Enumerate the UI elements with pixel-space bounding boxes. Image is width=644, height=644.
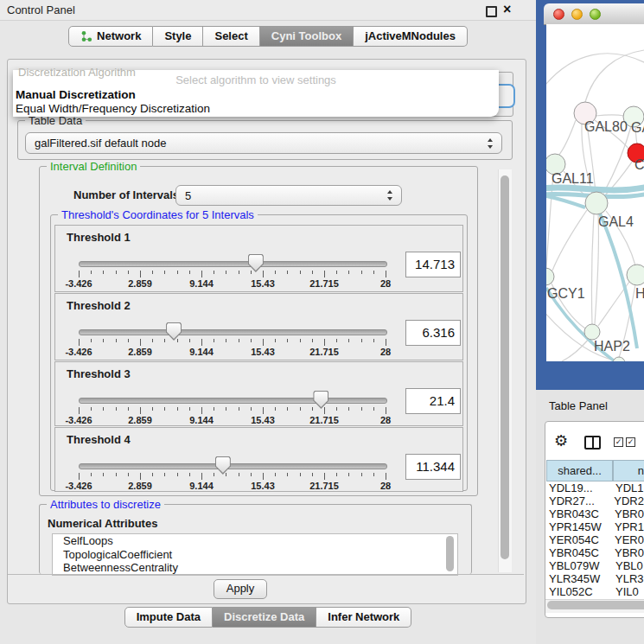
float-window-icon[interactable] [486, 6, 497, 17]
tick-mark [214, 407, 214, 411]
tick-mark [373, 339, 374, 342]
tab-cyni-toolbox[interactable]: Cyni Toolbox [260, 26, 354, 47]
tick-mark [251, 407, 252, 411]
tick-mark [189, 271, 190, 274]
scale-label: -3.426 [48, 278, 109, 289]
number-of-intervals-combobox[interactable]: 5 [175, 185, 402, 206]
threshold-slider-track[interactable] [79, 398, 387, 404]
tick-mark [263, 407, 264, 414]
node-partial-bottom[interactable] [613, 357, 625, 361]
tab-impute-data[interactable]: Impute Data [124, 607, 213, 628]
threshold-value-field[interactable]: 6.316 [405, 320, 461, 346]
attributes-group-label: Attributes to discretize [47, 498, 164, 511]
table-data-combobox[interactable]: galFiltered.sif default node [25, 132, 502, 154]
attribute-list-item[interactable]: SelfLoops [63, 534, 457, 548]
table-row[interactable]: YDL19...YDL1 [546, 481, 644, 494]
tab-discretize-data[interactable]: Discretize Data [213, 607, 316, 628]
tab-jactivemnodules[interactable]: jActiveMNodules [354, 26, 468, 47]
tick-mark [348, 271, 349, 274]
discretization-algorithm-label: Discretization Algorithm [18, 66, 136, 79]
split-columns-icon[interactable] [584, 436, 601, 450]
threshold-slider-thumb[interactable] [248, 254, 264, 272]
table-row[interactable]: YBR045CYBR0 [546, 546, 644, 559]
threshold-label: Threshold 3 [67, 367, 131, 380]
mac-close-button[interactable] [553, 9, 564, 20]
node-hap2[interactable] [584, 324, 600, 340]
table-rows[interactable]: YDL19...YDL1YDR27...YDR2YBR043CYBR0YPR14… [546, 481, 644, 599]
panel-scrollbar-thumb[interactable] [501, 175, 509, 559]
tab-select[interactable]: Select [203, 26, 259, 47]
close-icon[interactable]: × [503, 2, 511, 17]
table-hscrollbar-thumb[interactable] [547, 601, 644, 609]
cell-name: YER0 [614, 533, 644, 546]
node-label: GA [631, 120, 644, 135]
network-window-titlebar[interactable] [544, 3, 644, 25]
node-label: HAP2 [594, 339, 630, 354]
threshold-value-field[interactable]: 14.713 [405, 252, 461, 277]
mac-zoom-button[interactable] [590, 9, 601, 20]
table-row[interactable]: YBL079WYBL0 [546, 559, 644, 572]
apply-button[interactable]: Apply [214, 579, 267, 599]
gear-icon[interactable]: ⚙ [554, 433, 568, 449]
threshold-slider-track[interactable] [79, 261, 387, 267]
tick-mark [239, 271, 239, 274]
tab-label: Select [214, 27, 247, 46]
tick-mark [275, 407, 276, 411]
numerical-attributes-list[interactable]: SelfLoopsTopologicalCoefficientBetweenne… [52, 533, 458, 576]
combo-spinner-icon [488, 138, 494, 149]
mac-minimize-button[interactable] [571, 9, 583, 20]
threshold-slider-thumb[interactable] [313, 391, 328, 409]
threshold-slider-thumb[interactable] [215, 456, 231, 475]
table-row[interactable]: YLR345WYLR3 [546, 572, 644, 585]
algorithm-option-equal-width[interactable]: Equal Width/Frequency Discretization [16, 102, 210, 115]
cell-name: YBR0 [614, 546, 644, 559]
attribute-list-item[interactable]: BetweennessCentrality [63, 561, 457, 575]
tab-infer-network[interactable]: Infer Network [316, 607, 411, 628]
tick-mark [140, 339, 141, 346]
tick-mark [177, 473, 178, 476]
threshold-value-field[interactable]: 21.4 [405, 388, 461, 414]
threshold-slider-thumb[interactable] [166, 322, 182, 341]
table-row[interactable]: YER054CYER0 [546, 533, 644, 546]
checkbox-icon[interactable]: ✓ [626, 437, 635, 447]
cell-shared-name: YER054C [546, 533, 614, 546]
tick-mark [79, 407, 80, 414]
node-gcy1[interactable] [546, 268, 554, 285]
table-row[interactable]: YIL052CYIL0 [546, 585, 644, 598]
table-row[interactable]: YDR27...YDR2 [546, 494, 644, 507]
tab-network[interactable]: Network [68, 26, 153, 47]
tick-mark [324, 339, 325, 346]
tick-mark [189, 407, 190, 411]
tab-style[interactable]: Style [153, 26, 203, 47]
threshold-panel: Threshold 1 -3.4262.8599.14415.4321.7152… [54, 225, 463, 292]
tick-mark [361, 271, 362, 274]
attribute-list-item[interactable]: TopologicalCoefficient [63, 548, 457, 562]
threshold-slider-track[interactable] [79, 463, 387, 469]
tick-mark [164, 339, 165, 342]
slider-ticks [79, 339, 387, 347]
table-panel-title: Table Panel [549, 399, 608, 412]
network-canvas[interactable]: GAL80 GA C GAL11 GAL4 GCY1 H HAP2 [546, 24, 644, 361]
node-h[interactable] [627, 265, 644, 285]
tick-mark [201, 473, 202, 480]
column-header-shared-name[interactable]: shared... [546, 460, 613, 481]
cell-shared-name: YDR27... [546, 494, 613, 507]
checkbox-icon[interactable]: ✓ [614, 437, 623, 447]
threshold-slider-track[interactable] [79, 329, 387, 335]
divider [8, 574, 524, 575]
table-row[interactable]: YBR043CYBR0 [546, 507, 644, 520]
tick-mark [324, 473, 325, 480]
algorithm-option-manual[interactable]: Manual Discretization [16, 88, 136, 101]
tick-mark [91, 271, 92, 274]
attributes-list-scrollbar[interactable] [446, 536, 454, 571]
tick-mark [373, 473, 374, 476]
threshold-value-field[interactable]: 11.344 [405, 454, 461, 480]
scale-label: 15.43 [233, 347, 293, 357]
column-header-name[interactable]: na [613, 460, 644, 481]
table-row[interactable]: YPR145WYPR1 [546, 520, 644, 533]
scale-label: 15.43 [233, 415, 293, 425]
combo-spinner-icon [387, 190, 393, 201]
node-gal4[interactable] [585, 192, 608, 214]
tick-mark [140, 407, 141, 414]
slider-scale: -3.4262.8599.14415.4321.71528 [55, 415, 462, 425]
